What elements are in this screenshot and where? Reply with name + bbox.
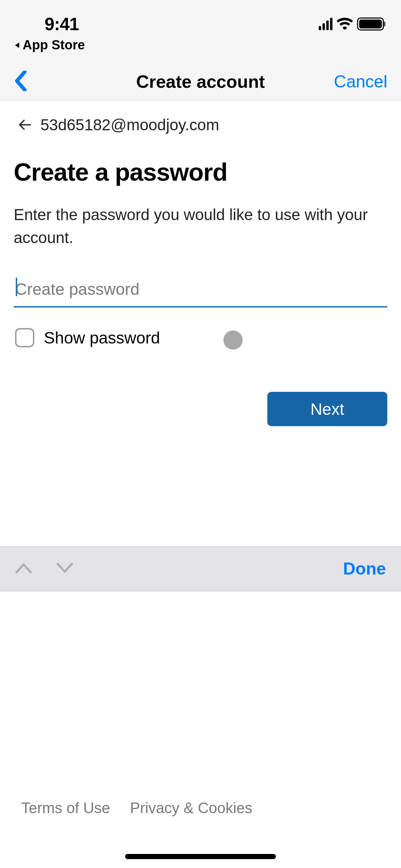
email-address: 53d65182@moodjoy.com [40, 116, 219, 134]
app-store-back-button[interactable]: App Store [0, 38, 401, 63]
status-bar: 9:41 [0, 0, 401, 38]
nav-back-button[interactable] [14, 71, 27, 93]
footer-area: Terms of Use Privacy & Cookies [0, 549, 401, 868]
home-indicator[interactable] [125, 854, 276, 859]
password-input[interactable] [14, 276, 387, 308]
nav-bar: Create account Cancel [0, 63, 401, 100]
keyboard-done-button[interactable]: Done [343, 559, 386, 579]
text-caret [16, 278, 17, 296]
page-subheading: Enter the password you would like to use… [14, 203, 387, 276]
terms-of-use-link[interactable]: Terms of Use [21, 799, 110, 817]
privacy-cookies-link[interactable]: Privacy & Cookies [130, 799, 252, 817]
status-time: 9:41 [45, 14, 79, 34]
page-heading: Create a password [14, 148, 387, 203]
next-field-button[interactable] [56, 561, 73, 576]
arrow-left-icon [17, 117, 32, 132]
chevron-left-icon [14, 71, 27, 91]
next-button[interactable]: Next [267, 392, 387, 426]
prev-field-button[interactable] [15, 561, 32, 576]
status-icons [319, 14, 384, 31]
app-store-back-label: App Store [23, 38, 85, 52]
keyboard-accessory: Done [0, 546, 401, 591]
chevron-down-icon [56, 561, 73, 575]
nav-title: Create account [136, 71, 265, 92]
show-password-label: Show password [44, 328, 160, 347]
email-back-row[interactable]: 53d65182@moodjoy.com [14, 100, 387, 148]
chevron-up-icon [15, 561, 32, 575]
show-password-checkbox[interactable] [15, 328, 34, 347]
nav-cancel-button[interactable]: Cancel [334, 72, 387, 92]
show-password-row[interactable]: Show password [14, 328, 387, 347]
cellular-icon [319, 18, 332, 30]
content-area: 53d65182@moodjoy.com Create a password E… [0, 100, 401, 546]
password-field [14, 276, 387, 308]
battery-icon [357, 17, 384, 31]
wifi-icon [337, 17, 353, 31]
triangle-left-icon [14, 42, 21, 49]
